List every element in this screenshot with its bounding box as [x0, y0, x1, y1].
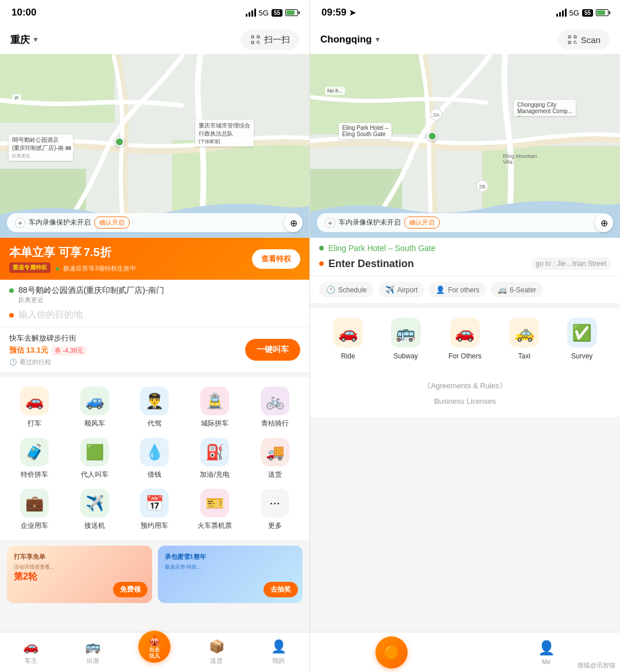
left-nav-outing-label: 出游: [87, 656, 99, 665]
left-map-pin-1: [115, 137, 124, 146]
right-for-others-option[interactable]: 👤 For others: [429, 282, 486, 298]
right-pickup-row: Eling Park Hotel – South Gate: [319, 244, 611, 253]
left-service-book[interactable]: 📅 预约用车: [129, 489, 180, 531]
left-estimate-bar: 快车去解放碑步行街 预估 13.1元 券 -4.38元 🕐 看过的行程 一键叫车: [0, 327, 309, 373]
right-service-for-others[interactable]: 🚗 For Others: [448, 318, 481, 360]
left-map-tag-88: 88: [63, 145, 73, 152]
left-promo-cta-button[interactable]: 查看特权: [252, 249, 300, 269]
right-ride-label: Ride: [341, 352, 355, 360]
right-destination-row[interactable]: Enter Destination go to : Jie…trian Stre…: [319, 257, 611, 270]
left-call-car-button[interactable]: 一键叫车: [245, 339, 300, 361]
right-bottom-nav: 🟠 👤 Me: [310, 632, 620, 672]
right-6seater-option[interactable]: 🚐 6-Seater: [491, 282, 543, 298]
left-service-ride[interactable]: 🚗 打车: [9, 387, 60, 428]
left-service-biz[interactable]: 💼 企业用车: [9, 489, 60, 531]
right-location-arrow-icon: ➤: [349, 8, 356, 17]
left-nav-outing-icon: 🚌: [85, 639, 100, 654]
right-nav-center[interactable]: 🟠: [375, 636, 408, 669]
left-banner-lucky-draw[interactable]: 承包蜜雪1整年 极速应答·特权... 去抽奖: [158, 546, 303, 603]
right-dest-suggestion: go to : Jie…trian Street: [531, 257, 611, 270]
left-service-loan[interactable]: 💧 借钱: [129, 438, 180, 480]
left-service-pickup[interactable]: ✈️ 接送机: [69, 489, 121, 531]
right-footer-links: 《Agreements & Rules》 Business Licenses: [310, 369, 620, 417]
left-nav-driver[interactable]: 🚗 车主: [0, 635, 62, 670]
right-location-button[interactable]: Chongqing ▼: [320, 34, 381, 45]
left-banner-free-ride[interactable]: 打车享免单 活动详情请查看... 第2轮 免费领: [7, 546, 152, 603]
right-map-poi-mountain: Eling MountainVilla: [499, 152, 541, 167]
left-nav-delivery[interactable]: 📦 送货: [185, 635, 247, 670]
svg-rect-1: [257, 36, 259, 38]
left-nav-outing[interactable]: 🚌 出游: [62, 635, 124, 670]
right-for-others-icon: 👤: [436, 285, 445, 294]
right-quick-options: 🕐 Schedule ✈️ Airport 👤 For others 🚐 6-S…: [310, 276, 620, 304]
left-bike-label: 青桔骑行: [261, 419, 289, 428]
right-confirm-recording-button[interactable]: 确认开启: [404, 217, 440, 229]
right-licenses-link[interactable]: Business Licenses: [434, 397, 496, 405]
left-loan-icon: 💧: [140, 438, 169, 466]
left-promo-title: 本单立享 可享 7.5折: [9, 245, 136, 260]
left-service-bike[interactable]: 🚲 青桔骑行: [249, 387, 300, 428]
right-schedule-option[interactable]: 🕐 Schedule: [319, 282, 374, 298]
left-nav-delivery-label: 送货: [210, 656, 223, 665]
right-agreements-link[interactable]: 《Agreements & Rules》: [423, 381, 506, 391]
right-airport-option[interactable]: ✈️ Airport: [378, 282, 424, 298]
left-scan-button[interactable]: 扫一扫: [241, 30, 299, 50]
right-service-ride[interactable]: 🚗 Ride: [333, 318, 363, 360]
left-service-proxy[interactable]: 🟩 代人叫车: [69, 438, 121, 480]
left-nav-center-button[interactable]: 🎪 出去玩儿: [138, 631, 170, 663]
right-service-survey[interactable]: ✅ Survey: [567, 318, 597, 360]
right-recording-plus-icon[interactable]: +: [325, 218, 335, 228]
left-estimate-history[interactable]: 🕐 看过的行程: [9, 358, 86, 366]
right-nav-me[interactable]: 👤 Me: [538, 640, 555, 665]
left-estimate-route: 快车去解放碑步行街: [9, 333, 86, 343]
left-service-train[interactable]: 🎫 火车票机票: [189, 489, 241, 531]
left-nav-center-label: 出去玩儿: [149, 647, 160, 659]
left-train-label: 火车票机票: [197, 521, 232, 531]
right-nav-home-button[interactable]: 🟠: [375, 636, 408, 669]
left-service-fuel[interactable]: ⛽ 加油/充电: [189, 438, 241, 480]
right-service-taxi[interactable]: 🚕 Taxi: [509, 318, 539, 360]
left-time: 10:00: [11, 7, 36, 18]
left-service-carpool[interactable]: 🚙 顺风车: [69, 387, 121, 428]
right-map-poi-no8: No 8...: [321, 86, 348, 95]
right-phone: 09:59 ➤ 5G 55 Chongqing ▼: [310, 0, 620, 672]
left-service-intercity[interactable]: 🚊 城际拼车: [189, 387, 241, 428]
left-location-button[interactable]: 重庆 ▼: [10, 33, 39, 47]
right-compass-icon[interactable]: ⊕: [595, 214, 613, 232]
left-battery-icon: [285, 9, 298, 16]
right-service-row: 🚗 Ride 🚌 Subway 🚗 For Others 🚕 Taxi ✅ Su…: [310, 308, 620, 369]
left-fuel-label: 加油/充电: [200, 470, 229, 480]
left-nav-me[interactable]: 👤 我的: [247, 635, 309, 670]
right-airport-label: Airport: [397, 286, 417, 294]
left-promo-tag: 重递专属特权: [9, 262, 51, 273]
left-confirm-recording-button[interactable]: 确认开启: [94, 217, 130, 229]
left-service-driver[interactable]: 👨‍✈️ 代驾: [129, 387, 180, 428]
right-service-subway[interactable]: 🚌 Subway: [391, 318, 421, 360]
left-driver-icon: 👨‍✈️: [140, 387, 169, 415]
left-compass-icon[interactable]: ⊕: [284, 214, 303, 232]
right-map-overlay: Eling Park Hotel –Eling South Gate Chong…: [310, 54, 620, 238]
left-ride-label: 打车: [28, 419, 41, 428]
left-free-ride-button[interactable]: 免费领: [113, 582, 148, 597]
left-intercity-icon: 🚊: [200, 387, 229, 415]
left-nav-driver-label: 车主: [25, 656, 37, 665]
left-biz-label: 企业用车: [21, 521, 48, 531]
left-nav-center[interactable]: 🎪 出去玩儿: [124, 626, 186, 667]
left-lucky-draw-button[interactable]: 去抽奖: [264, 582, 298, 597]
right-airport-icon: ✈️: [385, 285, 394, 294]
left-destination-input[interactable]: 输入你的目的地: [9, 309, 300, 321]
right-dropdown-arrow-icon: ▼: [374, 36, 381, 44]
left-nav-center-icon: 🎪: [148, 634, 161, 647]
right-scan-label: Scan: [581, 35, 600, 45]
right-nav-home-icon: 🟠: [383, 645, 399, 660]
left-promo-banner: 本单立享 可享 7.5折 重递专属特权 极速应答等3项特权生效中 查看特权: [0, 238, 309, 280]
left-recording-plus-icon[interactable]: +: [15, 218, 25, 228]
right-scan-button[interactable]: Scan: [558, 30, 610, 49]
left-more-label: 更多: [268, 521, 282, 531]
left-service-budget[interactable]: 🧳 特价拼车: [9, 438, 60, 480]
left-estimate-info: 快车去解放碑步行街 预估 13.1元 券 -4.38元 🕐 看过的行程: [9, 333, 86, 366]
right-scan-icon: [567, 34, 578, 45]
left-service-more[interactable]: ··· 更多: [249, 489, 300, 531]
right-map-label-2: Chongqing CityManagement Comp...: [514, 100, 576, 116]
left-service-delivery[interactable]: 🚚 送货: [249, 438, 300, 480]
